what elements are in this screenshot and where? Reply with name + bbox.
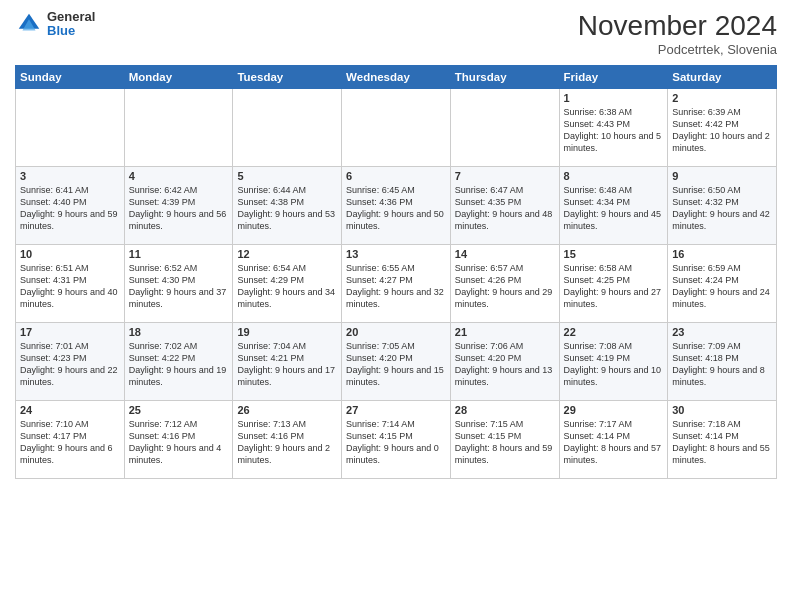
sunrise-text: Sunrise: 7:01 AM: [20, 341, 89, 351]
day-info: Sunrise: 6:48 AM Sunset: 4:34 PM Dayligh…: [564, 184, 664, 233]
day-info: Sunrise: 7:09 AM Sunset: 4:18 PM Dayligh…: [672, 340, 772, 389]
calendar-cell: [124, 89, 233, 167]
logo-icon: [15, 10, 43, 38]
sunrise-text: Sunrise: 7:10 AM: [20, 419, 89, 429]
day-number: 15: [564, 248, 664, 260]
calendar-cell: 16 Sunrise: 6:59 AM Sunset: 4:24 PM Dayl…: [668, 245, 777, 323]
calendar-cell: 30 Sunrise: 7:18 AM Sunset: 4:14 PM Dayl…: [668, 401, 777, 479]
day-number: 6: [346, 170, 446, 182]
day-info: Sunrise: 6:50 AM Sunset: 4:32 PM Dayligh…: [672, 184, 772, 233]
month-title: November 2024: [578, 10, 777, 42]
day-info: Sunrise: 6:58 AM Sunset: 4:25 PM Dayligh…: [564, 262, 664, 311]
day-info: Sunrise: 7:01 AM Sunset: 4:23 PM Dayligh…: [20, 340, 120, 389]
sunset-text: Sunset: 4:15 PM: [346, 431, 413, 441]
daylight-text: Daylight: 9 hours and 42 minutes.: [672, 209, 770, 231]
day-info: Sunrise: 6:51 AM Sunset: 4:31 PM Dayligh…: [20, 262, 120, 311]
calendar-cell: [450, 89, 559, 167]
sunset-text: Sunset: 4:20 PM: [346, 353, 413, 363]
daylight-text: Daylight: 10 hours and 5 minutes.: [564, 131, 662, 153]
sunset-text: Sunset: 4:24 PM: [672, 275, 739, 285]
week-row-4: 17 Sunrise: 7:01 AM Sunset: 4:23 PM Dayl…: [16, 323, 777, 401]
sunrise-text: Sunrise: 7:02 AM: [129, 341, 198, 351]
sunrise-text: Sunrise: 7:13 AM: [237, 419, 306, 429]
sunset-text: Sunset: 4:21 PM: [237, 353, 304, 363]
sunset-text: Sunset: 4:14 PM: [564, 431, 631, 441]
day-number: 30: [672, 404, 772, 416]
calendar-cell: [233, 89, 342, 167]
daylight-text: Daylight: 9 hours and 6 minutes.: [20, 443, 113, 465]
sunrise-text: Sunrise: 7:17 AM: [564, 419, 633, 429]
sunset-text: Sunset: 4:26 PM: [455, 275, 522, 285]
week-row-5: 24 Sunrise: 7:10 AM Sunset: 4:17 PM Dayl…: [16, 401, 777, 479]
daylight-text: Daylight: 8 hours and 57 minutes.: [564, 443, 662, 465]
logo-text: General Blue: [47, 10, 95, 39]
sunrise-text: Sunrise: 6:45 AM: [346, 185, 415, 195]
day-info: Sunrise: 7:15 AM Sunset: 4:15 PM Dayligh…: [455, 418, 555, 467]
day-info: Sunrise: 6:59 AM Sunset: 4:24 PM Dayligh…: [672, 262, 772, 311]
col-sunday: Sunday: [16, 66, 125, 89]
calendar-cell: 11 Sunrise: 6:52 AM Sunset: 4:30 PM Dayl…: [124, 245, 233, 323]
sunset-text: Sunset: 4:35 PM: [455, 197, 522, 207]
day-info: Sunrise: 6:55 AM Sunset: 4:27 PM Dayligh…: [346, 262, 446, 311]
daylight-text: Daylight: 9 hours and 22 minutes.: [20, 365, 118, 387]
daylight-text: Daylight: 9 hours and 40 minutes.: [20, 287, 118, 309]
header: General Blue November 2024 Podcetrtek, S…: [15, 10, 777, 57]
sunrise-text: Sunrise: 7:08 AM: [564, 341, 633, 351]
day-number: 1: [564, 92, 664, 104]
sunset-text: Sunset: 4:34 PM: [564, 197, 631, 207]
daylight-text: Daylight: 9 hours and 15 minutes.: [346, 365, 444, 387]
day-number: 25: [129, 404, 229, 416]
day-number: 4: [129, 170, 229, 182]
calendar-cell: 25 Sunrise: 7:12 AM Sunset: 4:16 PM Dayl…: [124, 401, 233, 479]
calendar-cell: 22 Sunrise: 7:08 AM Sunset: 4:19 PM Dayl…: [559, 323, 668, 401]
sunset-text: Sunset: 4:25 PM: [564, 275, 631, 285]
day-number: 17: [20, 326, 120, 338]
sunrise-text: Sunrise: 7:14 AM: [346, 419, 415, 429]
calendar-cell: 20 Sunrise: 7:05 AM Sunset: 4:20 PM Dayl…: [342, 323, 451, 401]
calendar-cell: 10 Sunrise: 6:51 AM Sunset: 4:31 PM Dayl…: [16, 245, 125, 323]
sunset-text: Sunset: 4:20 PM: [455, 353, 522, 363]
day-info: Sunrise: 6:44 AM Sunset: 4:38 PM Dayligh…: [237, 184, 337, 233]
day-info: Sunrise: 7:13 AM Sunset: 4:16 PM Dayligh…: [237, 418, 337, 467]
day-number: 24: [20, 404, 120, 416]
daylight-text: Daylight: 10 hours and 2 minutes.: [672, 131, 770, 153]
daylight-text: Daylight: 9 hours and 24 minutes.: [672, 287, 770, 309]
sunset-text: Sunset: 4:42 PM: [672, 119, 739, 129]
day-number: 7: [455, 170, 555, 182]
day-info: Sunrise: 6:52 AM Sunset: 4:30 PM Dayligh…: [129, 262, 229, 311]
calendar-cell: 17 Sunrise: 7:01 AM Sunset: 4:23 PM Dayl…: [16, 323, 125, 401]
daylight-text: Daylight: 9 hours and 0 minutes.: [346, 443, 439, 465]
sunset-text: Sunset: 4:39 PM: [129, 197, 196, 207]
day-info: Sunrise: 7:17 AM Sunset: 4:14 PM Dayligh…: [564, 418, 664, 467]
day-number: 23: [672, 326, 772, 338]
day-info: Sunrise: 7:04 AM Sunset: 4:21 PM Dayligh…: [237, 340, 337, 389]
sunrise-text: Sunrise: 6:42 AM: [129, 185, 198, 195]
day-number: 20: [346, 326, 446, 338]
sunrise-text: Sunrise: 7:09 AM: [672, 341, 741, 351]
logo: General Blue: [15, 10, 95, 39]
sunrise-text: Sunrise: 6:44 AM: [237, 185, 306, 195]
calendar-cell: 29 Sunrise: 7:17 AM Sunset: 4:14 PM Dayl…: [559, 401, 668, 479]
sunrise-text: Sunrise: 6:38 AM: [564, 107, 633, 117]
day-info: Sunrise: 6:41 AM Sunset: 4:40 PM Dayligh…: [20, 184, 120, 233]
sunset-text: Sunset: 4:29 PM: [237, 275, 304, 285]
calendar-cell: 5 Sunrise: 6:44 AM Sunset: 4:38 PM Dayli…: [233, 167, 342, 245]
calendar-cell: 9 Sunrise: 6:50 AM Sunset: 4:32 PM Dayli…: [668, 167, 777, 245]
calendar-cell: 21 Sunrise: 7:06 AM Sunset: 4:20 PM Dayl…: [450, 323, 559, 401]
sunset-text: Sunset: 4:30 PM: [129, 275, 196, 285]
col-monday: Monday: [124, 66, 233, 89]
day-number: 8: [564, 170, 664, 182]
calendar-cell: 6 Sunrise: 6:45 AM Sunset: 4:36 PM Dayli…: [342, 167, 451, 245]
calendar: Sunday Monday Tuesday Wednesday Thursday…: [15, 65, 777, 479]
calendar-cell: 13 Sunrise: 6:55 AM Sunset: 4:27 PM Dayl…: [342, 245, 451, 323]
sunrise-text: Sunrise: 6:48 AM: [564, 185, 633, 195]
day-number: 21: [455, 326, 555, 338]
sunset-text: Sunset: 4:27 PM: [346, 275, 413, 285]
day-info: Sunrise: 7:02 AM Sunset: 4:22 PM Dayligh…: [129, 340, 229, 389]
col-tuesday: Tuesday: [233, 66, 342, 89]
daylight-text: Daylight: 9 hours and 59 minutes.: [20, 209, 118, 231]
sunset-text: Sunset: 4:17 PM: [20, 431, 87, 441]
daylight-text: Daylight: 9 hours and 37 minutes.: [129, 287, 227, 309]
sunset-text: Sunset: 4:22 PM: [129, 353, 196, 363]
calendar-cell: 28 Sunrise: 7:15 AM Sunset: 4:15 PM Dayl…: [450, 401, 559, 479]
